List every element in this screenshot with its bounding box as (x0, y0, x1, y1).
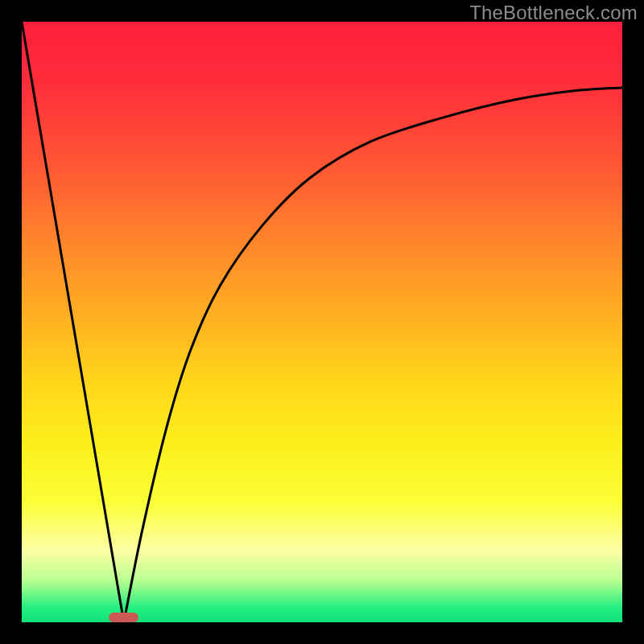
bottom-marker (109, 613, 138, 622)
curve-left-branch (22, 22, 124, 622)
curve-layer (22, 22, 622, 622)
chart-frame: TheBottleneck.com (0, 0, 644, 644)
watermark-text: TheBottleneck.com (469, 2, 638, 24)
curve-right-branch (124, 88, 622, 622)
plot-area (22, 22, 622, 622)
